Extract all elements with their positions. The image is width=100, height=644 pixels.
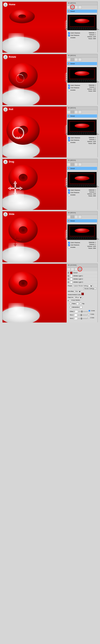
catch-shadows-checkbox[interactable]: Catch Shadows	[68, 242, 82, 244]
filter-scene-icon[interactable]	[67, 58, 71, 61]
paint-on-select[interactable]: Diffuse	[74, 296, 83, 299]
torus-object[interactable]	[9, 10, 35, 23]
mesh-item-donut[interactable]: Donut	[67, 167, 97, 170]
filter-meshes-icon[interactable]	[71, 215, 74, 218]
mesh-options: Catch Shadows Cast Shadows Invisible Mat…	[67, 189, 98, 197]
mesh-item-donut[interactable]: Donut	[67, 62, 97, 65]
tilt-a-input[interactable]	[73, 314, 77, 316]
tilt-b-slider[interactable]	[78, 318, 88, 319]
invisible-checkbox[interactable]: Invisible	[68, 36, 82, 39]
intersection-color-swatch[interactable]	[80, 306, 82, 308]
filter-lights-icon[interactable]	[78, 58, 82, 61]
mesh-item-donut[interactable]: Donut	[67, 219, 97, 222]
visibility-eye-icon[interactable]	[68, 168, 70, 169]
visibility-eye-icon[interactable]	[68, 10, 70, 12]
preset-select[interactable]: Custom Render Settings...	[73, 285, 93, 287]
visibility-eye-icon[interactable]	[67, 272, 69, 274]
flip-checkbox[interactable]: Flip	[80, 302, 84, 305]
catch-shadows-checkbox[interactable]: Catch Shadows	[68, 189, 82, 192]
mesh-item-donut[interactable]: Donut	[67, 10, 97, 13]
disclosure-arrow-icon[interactable]	[68, 300, 69, 301]
torus-object[interactable]	[8, 217, 38, 243]
filter-materials-icon[interactable]	[74, 215, 78, 218]
cast-shadows-checkbox[interactable]: Cast Shadows	[68, 244, 82, 246]
intersection-checkbox[interactable]: Intersection:	[70, 306, 80, 308]
filter-scene-icon[interactable]	[67, 215, 71, 218]
filter-materials-icon[interactable]	[74, 110, 78, 114]
preview-3d[interactable]	[67, 172, 97, 188]
viewport-3d[interactable]	[2, 2, 67, 52]
layer-row-1[interactable]: Infinite Light 1	[67, 274, 98, 278]
catch-shadows-checkbox[interactable]: Catch Shadows	[68, 84, 82, 87]
viewport-3d[interactable]	[2, 159, 67, 210]
preview-3d[interactable]	[67, 224, 97, 240]
render-settings-button[interactable]: Render Settings...	[83, 288, 96, 290]
preview-3d[interactable]	[67, 67, 97, 83]
visibility-eye-icon[interactable]	[68, 220, 70, 222]
layer-row-2[interactable]: Infinite Light 2	[67, 278, 98, 281]
plane-color-swatch[interactable]	[76, 302, 79, 305]
tilt-a-slider[interactable]	[78, 315, 88, 316]
torus-object[interactable]	[8, 165, 38, 190]
plane-checkbox[interactable]: Plane:	[70, 302, 76, 305]
layer-row-0[interactable]: Donut	[67, 271, 98, 274]
visibility-eye-icon[interactable]	[68, 115, 70, 117]
preview-torus	[75, 124, 90, 128]
offset-input[interactable]	[74, 310, 78, 313]
cast-shadows-checkbox[interactable]: Cast Shadows	[68, 87, 82, 89]
filter-lights-icon[interactable]	[78, 163, 82, 166]
filter-scene-icon[interactable]	[67, 163, 71, 166]
offset-slider[interactable]	[78, 311, 88, 312]
filter-scene-icon[interactable]	[67, 268, 71, 271]
viewport-3d[interactable]	[2, 264, 67, 322]
panel-tab-label[interactable]: 3D {SCENE}	[67, 264, 98, 267]
step-title: Slide	[9, 213, 14, 216]
torus-object[interactable]	[8, 63, 38, 88]
invisible-checkbox[interactable]: Invisible	[68, 194, 82, 196]
filter-meshes-icon[interactable]	[71, 163, 74, 166]
filter-scene-icon[interactable]	[67, 110, 71, 114]
panel-tab-label[interactable]: 3D {MESH}	[67, 106, 98, 110]
visibility-eye-icon[interactable]	[67, 278, 69, 280]
cast-shadows-checkbox[interactable]: Cast Shadows	[68, 139, 82, 142]
panel-tab-label[interactable]: 3D {MESH}	[67, 159, 98, 162]
mesh-item-donut[interactable]: Donut	[67, 114, 97, 118]
visibility-eye-icon[interactable]	[68, 62, 70, 64]
panel-tab-label[interactable]: 3D {MESH}	[67, 54, 98, 58]
filter-lights-icon[interactable]	[78, 110, 82, 114]
invisible-checkbox[interactable]: Invisible	[68, 142, 82, 144]
torus-object[interactable]	[6, 116, 40, 145]
z-axis-radio[interactable]: Z-Axis	[88, 316, 94, 319]
invisible-checkbox[interactable]: Invisible	[68, 89, 82, 91]
filter-lights-icon[interactable]	[78, 215, 82, 218]
cross-section-checkbox[interactable]: Cross Section	[69, 299, 80, 302]
visibility-eye-icon[interactable]	[67, 281, 69, 283]
catch-shadows-checkbox[interactable]: Catch Shadows	[68, 32, 82, 34]
layer-row-3[interactable]: Infinite Light 3	[67, 281, 98, 284]
filter-meshes-icon[interactable]	[71, 268, 74, 271]
tilt-b-input[interactable]	[74, 318, 78, 320]
filter-materials-icon[interactable]	[74, 58, 78, 61]
cast-shadows-checkbox[interactable]: Cast Shadows	[68, 34, 82, 36]
torus-object[interactable]	[8, 272, 38, 295]
anti-alias-select[interactable]: Best	[74, 290, 82, 292]
cast-shadows-checkbox[interactable]: Cast Shadows	[68, 192, 82, 194]
filter-materials-icon[interactable]	[74, 163, 78, 166]
viewport-3d[interactable]	[2, 106, 67, 158]
viewport-3d[interactable]	[2, 54, 67, 105]
viewport-3d[interactable]	[2, 212, 67, 262]
preview-3d[interactable]	[67, 120, 97, 135]
filter-meshes-icon[interactable]	[71, 110, 74, 114]
preview-3d[interactable]	[67, 15, 97, 30]
filter-lights-icon[interactable]	[78, 6, 82, 9]
step-title: Rotate	[9, 56, 16, 58]
catch-shadows-checkbox[interactable]: Catch Shadows	[68, 137, 82, 139]
visibility-eye-icon[interactable]	[67, 275, 69, 277]
x-axis-radio[interactable]: X-Axis	[89, 310, 95, 312]
y-axis-radio[interactable]: Y-Axis	[88, 313, 94, 316]
filter-meshes-icon[interactable]	[71, 58, 74, 61]
filter-materials-icon[interactable]	[74, 6, 78, 9]
invisible-checkbox[interactable]: Invisible	[68, 246, 82, 248]
ambient-color-swatch[interactable]	[82, 293, 84, 295]
panel-tab-label[interactable]: 3D {MESH}	[67, 212, 98, 215]
